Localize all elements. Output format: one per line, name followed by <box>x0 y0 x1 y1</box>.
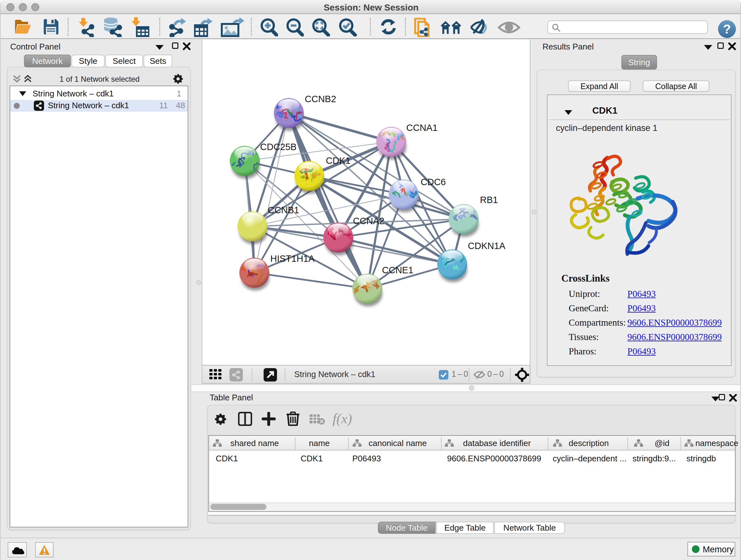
svg-text:CCNE1: CCNE1 <box>382 265 413 275</box>
svg-text:CDKN1A: CDKN1A <box>468 241 506 251</box>
svg-text:CCNB1: CCNB1 <box>268 205 299 215</box>
svg-text:CDK1: CDK1 <box>326 155 350 166</box>
svg-text:CCNA1: CCNA1 <box>406 123 437 133</box>
svg-text:HIST1H1A: HIST1H1A <box>270 253 315 264</box>
svg-text:RB1: RB1 <box>480 195 498 205</box>
svg-text:CCNB2: CCNB2 <box>305 94 336 104</box>
svg-text:CDC6: CDC6 <box>421 177 446 187</box>
svg-text:CDC25B: CDC25B <box>260 142 296 152</box>
svg-text:CCNA2: CCNA2 <box>353 216 384 226</box>
